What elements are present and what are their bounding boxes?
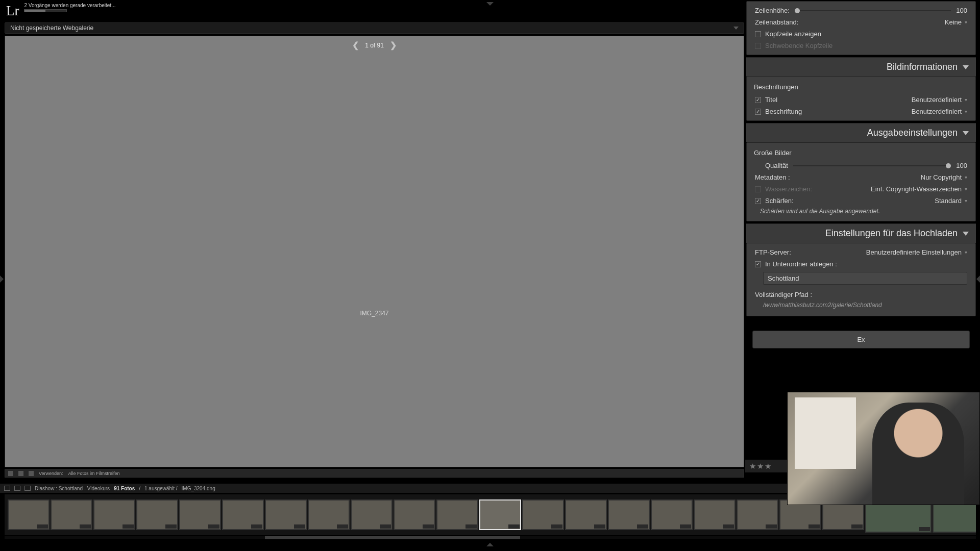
title-checkbox[interactable]: [755, 97, 761, 103]
left-panel-handle-icon[interactable]: [0, 276, 4, 283]
processing-status: 2 Vorgänge werden gerade verarbeitet...: [24, 3, 115, 8]
show-header-checkbox[interactable]: [755, 31, 761, 37]
title-label: Titel: [765, 96, 777, 104]
crumb-current: IMG_3204.dng: [182, 486, 215, 491]
progress-bar: [24, 9, 67, 12]
prev-page-icon[interactable]: ❮: [352, 40, 359, 50]
next-page-icon[interactable]: ❯: [390, 40, 397, 50]
filmstrip-thumb[interactable]: [651, 499, 693, 530]
filmstrip-thumb[interactable]: [308, 499, 350, 530]
caption-value[interactable]: Benutzerdefiniert: [912, 108, 962, 115]
filmstrip-thumb[interactable]: [179, 499, 221, 530]
secondary-display-icon[interactable]: [14, 486, 20, 491]
section-bildinformationen[interactable]: Bildinformationen: [746, 57, 976, 77]
filmstrip-thumb[interactable]: [265, 499, 307, 530]
pager-text: 1 of 91: [365, 42, 384, 49]
preview-image-name: IMG_2347: [5, 310, 744, 317]
sharpen-label: Schärfen:: [765, 197, 794, 205]
caption-checkbox[interactable]: [755, 109, 761, 115]
title-value[interactable]: Benutzerdefiniert: [912, 96, 962, 104]
star-icon[interactable]: ★: [765, 462, 771, 471]
filmstrip-scrollbar[interactable]: [5, 536, 976, 539]
crumb-sep: /: [139, 486, 140, 491]
filmstrip-thumb[interactable]: [479, 499, 521, 530]
filmstrip-thumb[interactable]: [351, 499, 393, 530]
row-spacing-label: Zeilenabstand:: [755, 18, 798, 26]
nav-fwd-icon[interactable]: [29, 471, 34, 476]
filmstrip-thumb[interactable]: [522, 499, 564, 530]
row-height-slider[interactable]: [795, 10, 951, 11]
metadata-value[interactable]: Nur Copyright: [921, 173, 962, 181]
quality-slider[interactable]: [793, 165, 951, 166]
crumb-path[interactable]: Diashow : Schottland - Videokurs: [35, 486, 110, 491]
sharpen-value[interactable]: Standard: [935, 197, 962, 205]
star-icon[interactable]: ★: [757, 462, 764, 471]
collapse-icon: [963, 131, 969, 135]
row-height-label: Zeilenhöhe:: [755, 7, 790, 14]
show-header-label: Kopfzeile anzeigen: [765, 30, 821, 38]
section-ausgabeeinstellungen[interactable]: Ausgabeeinstellungen: [746, 123, 976, 142]
nav-back-icon[interactable]: [18, 471, 23, 476]
chevron-icon: ▾: [965, 19, 967, 25]
filmstrip-thumb[interactable]: [436, 499, 478, 530]
right-panel-handle-icon[interactable]: [976, 276, 980, 283]
watermark-label: Wasserzeichen:: [765, 185, 812, 193]
collapse-icon: [963, 232, 969, 236]
grid-icon[interactable]: [24, 486, 31, 491]
ftp-value[interactable]: Benutzerdefinierte Einstellungen: [866, 248, 962, 256]
chevron-icon: ▾: [965, 174, 967, 180]
app-logo: Lr: [6, 3, 19, 19]
filmstrip-thumb[interactable]: [51, 499, 92, 530]
primary-display-icon[interactable]: [4, 486, 10, 491]
filmstrip-thumb[interactable]: [608, 499, 650, 530]
row-spacing-value[interactable]: Keine: [945, 18, 962, 26]
ftp-label: FTP-Server:: [755, 248, 791, 256]
row-height-value: 100: [956, 7, 967, 14]
crumb-count: 91 Fotos: [114, 486, 135, 491]
dropdown-icon: [733, 27, 739, 30]
filmstrip-thumb[interactable]: [8, 499, 50, 530]
chevron-icon: ▾: [965, 186, 967, 192]
chevron-icon: ▾: [965, 109, 967, 114]
chevron-icon: ▾: [965, 97, 967, 103]
star-icon[interactable]: ★: [749, 462, 756, 471]
layout-icon[interactable]: [8, 471, 13, 476]
sharpen-note: Schärfen wird auf die Ausgabe angewendet…: [747, 207, 975, 218]
top-panel-handle-icon[interactable]: [486, 2, 494, 6]
filmstrip-thumb[interactable]: [694, 499, 736, 530]
filmstrip-thumb[interactable]: [222, 499, 264, 530]
watermark-value: Einf. Copyright-Wasserzeichen: [871, 185, 962, 193]
large-images-subhead: Große Bilder: [747, 146, 975, 160]
chevron-icon: ▾: [965, 249, 967, 255]
subfolder-input[interactable]: Schottland: [763, 272, 967, 285]
preview-area: ❮ 1 of 91 ❯ IMG_2347: [5, 36, 744, 467]
filmstrip-thumb[interactable]: [394, 499, 435, 530]
quality-value: 100: [956, 162, 967, 169]
quality-label: Qualität: [765, 162, 788, 169]
webcam-overlay: [787, 392, 980, 505]
floating-header-checkbox: [755, 43, 761, 49]
section-upload[interactable]: Einstellungen für das Hochladen: [746, 223, 976, 243]
use-value[interactable]: Alle Fotos im Filmstreifen: [68, 471, 120, 476]
gallery-title-bar[interactable]: Nicht gespeicherte Webgalerie: [5, 22, 744, 34]
export-button[interactable]: Ex: [752, 331, 970, 348]
filmstrip-thumb[interactable]: [737, 499, 778, 530]
floating-header-label: Schwebende Kopfzeile: [765, 42, 832, 49]
filmstrip-thumb[interactable]: [93, 499, 135, 530]
sharpen-checkbox[interactable]: [755, 198, 761, 204]
subfolder-checkbox[interactable]: [755, 261, 761, 267]
use-label: Verwenden:: [39, 471, 63, 476]
chevron-icon: ▾: [965, 198, 967, 204]
fullpath-value: /www/matthiasbutz.com2/galerie/Schottlan…: [763, 302, 967, 309]
watermark-checkbox[interactable]: [755, 186, 761, 192]
bottom-panel-handle-icon[interactable]: [486, 543, 494, 546]
crumb-selected: 1 ausgewählt /: [144, 486, 178, 491]
caption-label: Beschriftung: [765, 108, 802, 115]
filmstrip-thumb[interactable]: [565, 499, 607, 530]
collapse-icon: [963, 65, 969, 69]
subfolder-label: In Unterordner ablegen :: [765, 260, 837, 268]
fullpath-label: Vollständiger Pfad :: [755, 291, 812, 298]
captions-subhead: Beschriftungen: [747, 80, 975, 94]
metadata-label: Metadaten :: [755, 173, 790, 181]
filmstrip-thumb[interactable]: [136, 499, 178, 530]
